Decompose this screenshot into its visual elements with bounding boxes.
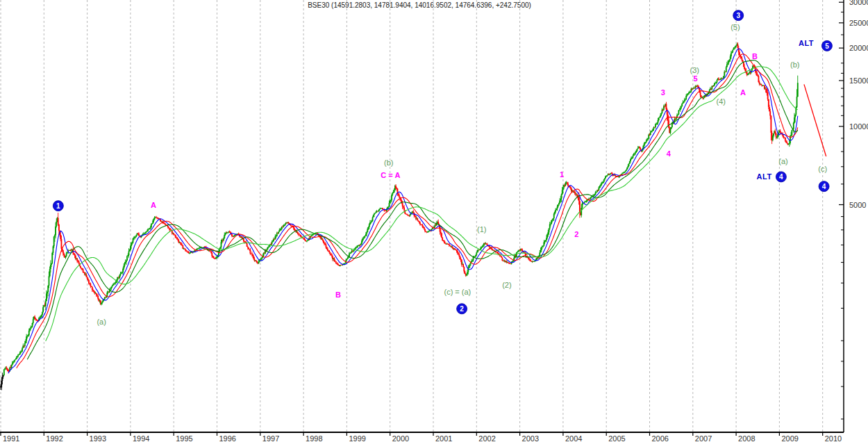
candle-body	[604, 179, 606, 180]
candle-body	[622, 173, 624, 174]
candle-body	[151, 224, 153, 224]
candle-body	[49, 276, 50, 286]
candle-body	[176, 238, 178, 240]
candle-body	[718, 79, 719, 79]
candle-body	[356, 247, 357, 248]
candle-body	[74, 254, 76, 256]
wave-label: A	[740, 88, 746, 97]
wave-label: (1)	[477, 225, 486, 234]
candle-body	[544, 241, 546, 242]
candle-body	[15, 359, 17, 360]
candle-body	[646, 140, 648, 140]
candle-body	[344, 263, 346, 263]
candle-body	[732, 50, 733, 52]
candle-body	[294, 228, 295, 230]
candle-body	[102, 300, 103, 302]
candle-body	[149, 228, 151, 229]
candle-body	[323, 240, 324, 243]
candle-body	[731, 53, 732, 56]
candle-body	[261, 257, 262, 258]
candle-body	[29, 329, 31, 331]
candle-body	[280, 230, 281, 231]
candle-body	[285, 224, 286, 225]
wave-label: (2)	[502, 281, 511, 289]
candle-body	[565, 183, 567, 186]
candle-body	[210, 252, 212, 253]
candle-body	[94, 292, 95, 293]
candle-body	[138, 234, 140, 236]
candle-body	[243, 238, 244, 241]
candle-body	[144, 233, 145, 234]
candle-body	[760, 84, 762, 85]
candle-body	[184, 249, 185, 249]
candle-body	[130, 246, 131, 250]
candle-body	[80, 266, 81, 268]
candle-body	[574, 192, 576, 193]
candle-body	[8, 370, 9, 372]
candle-body	[225, 234, 226, 234]
candle-body	[7, 368, 8, 369]
candle-body	[788, 144, 790, 145]
candle-body	[680, 108, 681, 110]
x-axis-label: 2006	[652, 434, 669, 442]
candle-body	[395, 186, 397, 188]
candle-body	[126, 261, 127, 262]
annotation-layer: 1(a)AB(b)C = A(c) = (a)2(1)(2)1234(3)5(4…	[53, 10, 832, 327]
wave-label: ALT	[799, 39, 814, 47]
candle-body	[82, 269, 83, 270]
candle-body	[599, 188, 600, 190]
candle-body	[739, 52, 740, 55]
candle-body	[120, 274, 122, 275]
candle-body	[796, 97, 798, 107]
candle-body	[715, 82, 717, 83]
candle-body	[517, 251, 519, 252]
candle-body	[56, 222, 57, 227]
candle-body	[700, 92, 701, 95]
candle-body	[247, 243, 248, 247]
candle-body	[101, 302, 103, 303]
candle-body	[403, 208, 405, 211]
candle-body	[28, 331, 30, 336]
candle-body	[668, 120, 669, 128]
wave-label: (4)	[717, 97, 726, 106]
candle-body	[35, 318, 36, 319]
wave-label: (b)	[790, 60, 799, 69]
candle-body	[596, 192, 597, 193]
candle-body	[370, 222, 372, 223]
candle-body	[60, 235, 61, 239]
candle-body	[639, 147, 640, 148]
candle-body	[324, 243, 325, 245]
candle-body	[742, 58, 743, 60]
candle-body	[780, 131, 781, 132]
candle-body	[727, 63, 728, 65]
candle-body	[189, 253, 190, 254]
candle-body	[683, 101, 685, 103]
candle-body	[87, 277, 88, 279]
candle-body	[578, 197, 580, 202]
candle-body	[135, 235, 137, 236]
candle-body	[390, 202, 391, 204]
candle-body	[1, 381, 2, 388]
candle-body	[37, 320, 38, 321]
candle-body	[123, 265, 124, 268]
candle-body	[600, 185, 601, 186]
candle-body	[506, 261, 508, 262]
candle-body	[145, 232, 147, 233]
candle-body	[462, 264, 464, 267]
candle-body	[599, 186, 601, 188]
price-chart-canvas[interactable]: BSE30 (14591.2803, 14781.9404, 14016.950…	[0, 0, 868, 442]
candle-body	[581, 208, 582, 215]
candle-body	[128, 251, 130, 255]
candle-body	[556, 208, 557, 210]
candle-body	[268, 247, 269, 247]
candle-body	[250, 249, 251, 253]
wave-circle-number: 3	[736, 12, 740, 19]
candle-body	[86, 275, 87, 277]
candle-body	[288, 222, 290, 223]
candle-body	[474, 256, 476, 257]
candle-body	[768, 99, 769, 107]
candle-body	[63, 253, 65, 255]
candle-body	[367, 229, 368, 232]
candle-body	[242, 237, 243, 238]
candle-body	[703, 97, 704, 98]
